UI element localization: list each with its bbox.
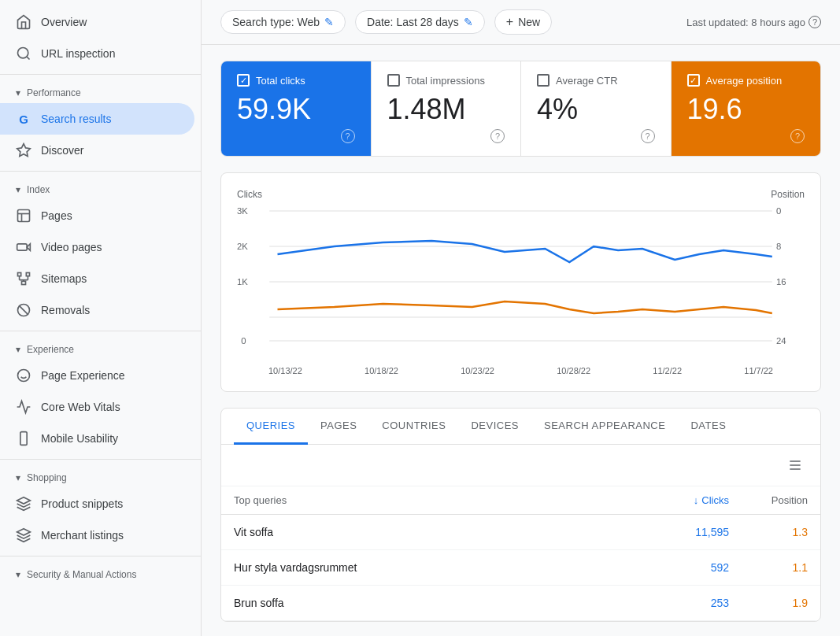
plus-icon: + [506, 15, 513, 29]
metric-label-position: Average position [706, 75, 783, 87]
sidebar-item-removals[interactable]: Removals [0, 294, 194, 326]
chevron-down-icon-3: ▾ [16, 344, 20, 355]
sidebar-item-mobile-usability[interactable]: Mobile Usability [0, 423, 194, 454]
filter-icon [787, 457, 803, 473]
sidebar-item-product-snippets[interactable]: Product snippets [0, 488, 194, 520]
chevron-down-icon-2: ▾ [16, 184, 20, 195]
svg-rect-10 [22, 281, 26, 284]
info-icon-clicks[interactable]: ? [341, 129, 355, 143]
svg-rect-9 [26, 273, 29, 276]
col-clicks-label: Clicks [701, 494, 729, 506]
col-header-clicks[interactable]: ↓ Clicks [635, 494, 729, 506]
svg-text:2K: 2K [237, 242, 248, 251]
info-icon[interactable]: ? [809, 16, 821, 28]
metric-cards: Total clicks 59.9K ? Total impressions 1… [220, 61, 821, 157]
new-button[interactable]: + New [494, 9, 552, 35]
sidebar-section-performance[interactable]: ▾ Performance [0, 80, 201, 103]
sidebar-label-url-inspection: URL inspection [41, 47, 115, 60]
tab-countries[interactable]: COUNTRIES [369, 409, 458, 445]
info-icon-ctr[interactable]: ? [641, 129, 655, 143]
tab-dates[interactable]: DATES [678, 409, 738, 445]
sidebar-label-discover: Discover [41, 144, 83, 157]
edit-icon: ✎ [324, 16, 334, 28]
sidebar-section-index[interactable]: ▾ Index [0, 176, 201, 200]
filter-button[interactable] [783, 453, 808, 478]
video-icon [16, 239, 31, 255]
col-header-position: Position [729, 494, 808, 506]
sidebar-label-pages: Pages [41, 209, 72, 222]
sidebar-item-discover[interactable]: Discover [0, 135, 194, 166]
sidebar-item-overview[interactable]: Overview [0, 6, 194, 38]
svg-marker-24 [17, 529, 31, 535]
divider-4 [0, 459, 201, 460]
svg-text:0: 0 [241, 336, 246, 346]
google-icon: G [16, 111, 31, 127]
svg-point-0 [18, 48, 28, 58]
metric-value-impressions: 1.48M [387, 93, 505, 126]
info-icon-impressions[interactable]: ? [490, 129, 505, 143]
metric-value-ctr: 4% [537, 93, 655, 126]
tab-queries[interactable]: QUERIES [234, 409, 308, 445]
topbar: Search type: Web ✎ Date: Last 28 days ✎ … [202, 0, 840, 45]
metric-card-total-clicks[interactable]: Total clicks 59.9K ? [221, 61, 372, 156]
sidebar-section-security[interactable]: ▾ Security & Manual Actions [0, 561, 201, 585]
sidebar-item-sitemaps[interactable]: Sitemaps [0, 263, 194, 294]
divider-1 [0, 74, 201, 75]
sidebar-section-experience[interactable]: ▾ Experience [0, 336, 201, 360]
chevron-down-icon: ▾ [16, 87, 20, 98]
checkbox-ctr [537, 74, 550, 87]
sidebar-item-search-results[interactable]: G Search results [0, 103, 194, 135]
star-icon [16, 142, 31, 158]
row-clicks-1: 592 [635, 561, 729, 574]
metric-card-avg-position[interactable]: Average position 19.6 ? [672, 61, 821, 156]
sidebar-label-sitemaps: Sitemaps [41, 272, 87, 285]
svg-rect-3 [18, 210, 30, 222]
metric-value-total-clicks: 59.9K [237, 93, 355, 126]
sidebar-section-shopping-label: Shopping [27, 472, 67, 483]
sidebar: Overview URL inspection ▾ Performance G … [0, 0, 202, 636]
sidebar-item-video-pages[interactable]: Video pages [0, 231, 194, 263]
tab-search-appearance[interactable]: SEARCH APPEARANCE [531, 409, 678, 445]
svg-marker-2 [17, 144, 31, 157]
chart-label-position: Position [771, 189, 805, 200]
sidebar-label-product-snippets: Product snippets [41, 497, 123, 510]
tab-devices[interactable]: DEVICES [458, 409, 531, 445]
sidebar-section-experience-label: Experience [27, 344, 74, 355]
product-icon [16, 496, 31, 512]
search-icon [16, 46, 31, 61]
sidebar-item-merchant-listings[interactable]: Merchant listings [0, 520, 194, 551]
chart-svg: 3K 2K 1K 0 0 8 16 24 [237, 203, 805, 361]
sidebar-section-performance-label: Performance [27, 87, 81, 98]
divider-2 [0, 171, 201, 172]
sidebar-item-pages[interactable]: Pages [0, 200, 194, 231]
checkbox-position [687, 74, 700, 87]
sidebar-item-page-experience[interactable]: Page Experience [0, 360, 194, 391]
table-row[interactable]: Vit soffa 11,595 1.3 [221, 515, 820, 550]
chart-svg-area: 3K 2K 1K 0 0 8 16 24 10/13/22 [237, 203, 805, 375]
sidebar-item-url-inspection[interactable]: URL inspection [0, 38, 194, 69]
sidebar-label-removals: Removals [41, 304, 90, 316]
metric-card-avg-ctr[interactable]: Average CTR 4% ? [521, 61, 672, 156]
sidebar-label-merchant-listings: Merchant listings [41, 529, 124, 542]
search-type-filter[interactable]: Search type: Web ✎ [220, 10, 346, 34]
table-row[interactable]: Hur styla vardagsrummet 592 1.1 [221, 550, 820, 586]
metric-label-total-clicks: Total clicks [256, 75, 305, 87]
experience-icon [16, 368, 31, 383]
row-clicks-2: 253 [635, 597, 729, 609]
sidebar-section-shopping[interactable]: ▾ Shopping [0, 464, 201, 488]
sort-down-icon: ↓ [694, 494, 699, 506]
info-icon-position[interactable]: ? [790, 129, 805, 143]
search-type-label: Search type: Web [232, 16, 320, 28]
table-row[interactable]: Brun soffa 253 1.9 [221, 586, 820, 621]
row-position-1: 1.1 [729, 561, 808, 574]
sidebar-item-core-web-vitals[interactable]: Core Web Vitals [0, 391, 194, 423]
date-filter[interactable]: Date: Last 28 days ✎ [355, 10, 485, 34]
metric-label-impressions: Total impressions [406, 75, 485, 87]
chevron-down-icon-5: ▾ [16, 569, 20, 580]
row-query-0: Vit soffa [234, 526, 635, 538]
tab-pages[interactable]: PAGES [308, 409, 369, 445]
row-position-2: 1.9 [729, 597, 808, 609]
svg-text:0: 0 [776, 206, 781, 216]
metric-card-total-impressions[interactable]: Total impressions 1.48M ? [372, 61, 522, 156]
table-section: QUERIES PAGES COUNTRIES DEVICES SEARCH A… [220, 408, 821, 622]
